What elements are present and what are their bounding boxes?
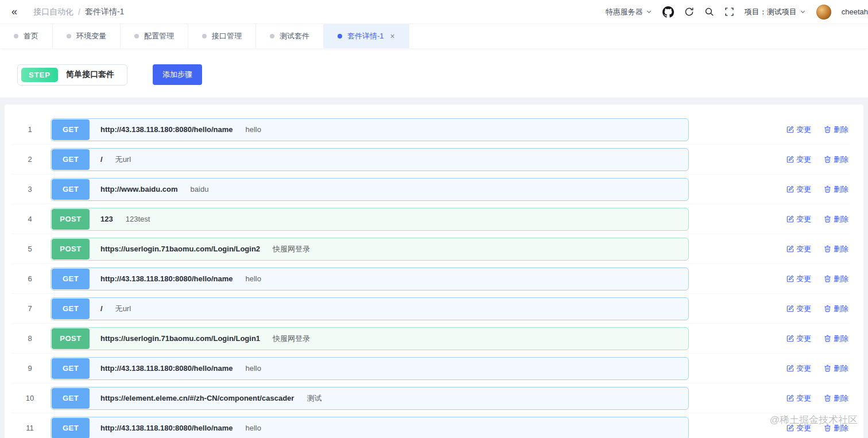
step-url: / xyxy=(100,304,103,313)
edit-step-link[interactable]: 变更 xyxy=(786,334,811,344)
step-name: hello xyxy=(246,424,261,432)
breadcrumb-current: 套件详情-1 xyxy=(85,7,124,17)
step-row: 4 POST 123 123test 变更 删除 xyxy=(11,204,850,234)
method-badge: GET xyxy=(52,179,90,200)
delete-step-link[interactable]: 删除 xyxy=(824,423,848,433)
edit-icon xyxy=(786,424,794,432)
github-icon[interactable] xyxy=(662,6,674,18)
server-dropdown[interactable]: 特惠服务器 xyxy=(606,7,652,17)
step-index: 2 xyxy=(11,155,48,164)
step-card[interactable]: GET http://43.138.118.180:8080/hello/nam… xyxy=(51,417,689,438)
step-card[interactable]: GET https://element.eleme.cn/#/zh-CN/com… xyxy=(51,387,689,410)
edit-step-link[interactable]: 变更 xyxy=(786,244,811,254)
step-card[interactable]: GET http://43.138.118.180:8080/hello/nam… xyxy=(51,118,689,141)
step-url: http://43.138.118.180:8080/hello/name xyxy=(100,274,233,283)
method-badge: GET xyxy=(52,299,90,319)
delete-step-link[interactable]: 删除 xyxy=(824,363,848,374)
delete-step-link[interactable]: 删除 xyxy=(824,334,848,344)
refresh-icon[interactable] xyxy=(684,7,694,17)
suite-title: 简单接口套件 xyxy=(66,69,114,80)
edit-step-link[interactable]: 变更 xyxy=(786,363,811,374)
tab[interactable]: 首页 xyxy=(0,24,53,48)
step-card[interactable]: POST 123 123test xyxy=(51,208,689,231)
tab[interactable]: 测试套件 xyxy=(256,24,324,48)
suite-type-box: STEP 简单接口套件 xyxy=(17,64,127,86)
delete-step-link[interactable]: 删除 xyxy=(824,214,848,224)
method-badge: GET xyxy=(52,119,90,140)
step-row-actions: 变更 删除 xyxy=(786,363,850,374)
tab[interactable]: 套件详情-1 × xyxy=(324,24,409,48)
step-card[interactable]: GET / 无url xyxy=(51,297,689,320)
step-row-actions: 变更 删除 xyxy=(786,214,850,224)
step-row-actions: 变更 删除 xyxy=(786,274,850,284)
step-card[interactable]: GET http://43.138.118.180:8080/hello/nam… xyxy=(51,268,689,290)
collapse-sidebar-icon[interactable]: « xyxy=(8,6,21,18)
edit-step-link[interactable]: 变更 xyxy=(786,184,811,195)
delete-step-link[interactable]: 删除 xyxy=(824,274,848,284)
avatar[interactable] xyxy=(816,5,831,20)
search-icon[interactable] xyxy=(704,7,714,17)
step-card[interactable]: GET / 无url xyxy=(51,148,689,171)
delete-step-link[interactable]: 删除 xyxy=(824,125,848,135)
delete-step-label: 删除 xyxy=(834,154,848,165)
breadcrumb-separator: / xyxy=(78,7,80,17)
delete-step-link[interactable]: 删除 xyxy=(824,184,848,195)
edit-step-link[interactable]: 变更 xyxy=(786,214,811,224)
add-step-button[interactable]: 添加步骤 xyxy=(153,64,202,85)
breadcrumb-section[interactable]: 接口自动化 xyxy=(33,7,73,17)
edit-step-link[interactable]: 变更 xyxy=(786,154,811,165)
delete-icon xyxy=(824,305,831,312)
tab[interactable]: 配置管理 xyxy=(121,24,188,48)
delete-step-link[interactable]: 删除 xyxy=(824,154,848,165)
step-name: 123test xyxy=(126,215,150,223)
step-row: 11 GET http://43.138.118.180:8080/hello/… xyxy=(11,413,850,438)
tab-status-dot-icon xyxy=(202,34,207,38)
method-badge: POST xyxy=(52,209,90,230)
step-index: 10 xyxy=(11,394,48,402)
topbar-right: 特惠服务器 项目：测试项目 cheetah xyxy=(606,5,860,20)
edit-step-label: 变更 xyxy=(796,423,811,433)
delete-step-label: 删除 xyxy=(834,244,848,254)
edit-step-label: 变更 xyxy=(796,244,811,254)
step-row-actions: 变更 删除 xyxy=(786,154,850,165)
step-card[interactable]: GET http://43.138.118.180:8080/hello/nam… xyxy=(51,357,689,380)
edit-step-link[interactable]: 变更 xyxy=(786,393,811,404)
step-row: 8 POST https://userlogin.71baomu.com/Log… xyxy=(11,324,850,354)
step-row: 5 POST https://userlogin.71baomu.com/Log… xyxy=(11,234,850,264)
delete-step-label: 删除 xyxy=(834,393,848,404)
step-card[interactable]: GET http://www.baidu.com baidu xyxy=(51,178,689,201)
tab-close-icon[interactable]: × xyxy=(390,32,395,40)
edit-icon xyxy=(786,275,794,282)
step-url: https://userlogin.71baomu.com/Login/Logi… xyxy=(100,245,260,253)
step-card[interactable]: POST https://userlogin.71baomu.com/Login… xyxy=(51,327,689,350)
edit-step-label: 变更 xyxy=(796,154,811,165)
delete-icon xyxy=(824,365,831,372)
edit-step-link[interactable]: 变更 xyxy=(786,423,811,433)
step-url: http://43.138.118.180:8080/hello/name xyxy=(100,125,233,134)
edit-step-link[interactable]: 变更 xyxy=(786,304,811,314)
delete-step-link[interactable]: 删除 xyxy=(824,244,848,254)
edit-icon xyxy=(786,245,794,253)
tab[interactable]: 接口管理 xyxy=(188,24,256,48)
delete-step-label: 删除 xyxy=(834,363,848,374)
step-card[interactable]: POST https://userlogin.71baomu.com/Login… xyxy=(51,238,689,261)
edit-icon xyxy=(786,305,794,312)
method-badge: GET xyxy=(52,388,90,409)
step-name: 无url xyxy=(115,304,131,314)
tab[interactable]: 环境变量 xyxy=(53,24,121,48)
fullscreen-icon[interactable] xyxy=(724,7,734,17)
step-url: https://element.eleme.cn/#/zh-CN/compone… xyxy=(100,394,294,402)
delete-step-label: 删除 xyxy=(834,304,848,314)
project-dropdown[interactable]: 项目：测试项目 xyxy=(745,7,806,17)
edit-step-link[interactable]: 变更 xyxy=(786,125,811,135)
step-index: 3 xyxy=(11,185,48,193)
delete-icon xyxy=(824,215,831,223)
step-row-actions: 变更 删除 xyxy=(786,304,850,314)
delete-step-link[interactable]: 删除 xyxy=(824,304,848,314)
delete-step-link[interactable]: 删除 xyxy=(824,393,848,404)
step-index: 6 xyxy=(11,274,48,283)
step-url: http://43.138.118.180:8080/hello/name xyxy=(100,424,233,432)
username[interactable]: cheetah xyxy=(842,7,868,16)
step-name: hello xyxy=(246,125,261,134)
edit-step-link[interactable]: 变更 xyxy=(786,274,811,284)
